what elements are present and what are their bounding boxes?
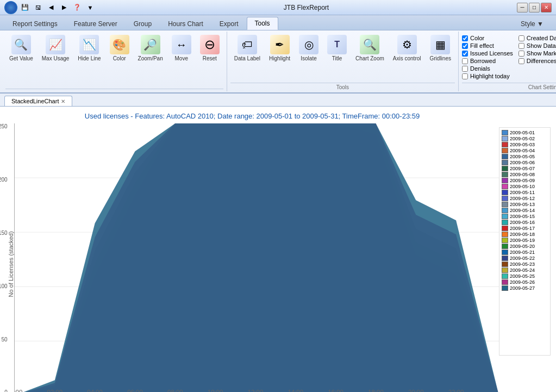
checkbox-color[interactable]: Color bbox=[462, 35, 513, 41]
data-label-label: Data Label bbox=[234, 55, 260, 62]
legend-color-4 bbox=[502, 154, 508, 159]
close-button[interactable]: ✕ bbox=[541, 3, 552, 13]
chart-plot-area[interactable]: 00:00 02:00 04:00 06:00 08:00 10:00 12:0… bbox=[14, 123, 499, 392]
dropdown-button[interactable]: ▼ bbox=[85, 3, 96, 13]
max-usage-label: Max Usage bbox=[42, 55, 70, 62]
checkbox-differences-input[interactable] bbox=[518, 58, 524, 64]
highlight-icon: ✒ bbox=[270, 35, 290, 54]
checkbox-show-markers[interactable]: Show Markers bbox=[518, 50, 556, 57]
checkbox-issued-licenses[interactable]: Issued Licenses bbox=[462, 50, 513, 57]
data-label-icon: 🏷 bbox=[238, 35, 257, 54]
ribbon-section-chart-settings: Color Fill effect Issued Licenses Borrow… bbox=[459, 32, 556, 91]
svg-text:22:00: 22:00 bbox=[448, 389, 464, 392]
title-bar-left: 💾 🖫 ◀ ▶ ❓ ▼ bbox=[4, 1, 96, 14]
max-usage-button[interactable]: 📈 Max Usage bbox=[38, 33, 73, 64]
legend-item-0: 2009-05-01 bbox=[502, 130, 548, 135]
legend-label-18: 2009-05-19 bbox=[510, 238, 535, 243]
checkbox-borrowed[interactable]: Borrowed bbox=[462, 58, 513, 64]
chart-tab-stacked[interactable]: StackedLineChart ✕ bbox=[4, 96, 72, 106]
checkbox-show-markers-input[interactable] bbox=[518, 51, 524, 57]
checkbox-fill-effect-input[interactable] bbox=[462, 43, 468, 49]
legend-label-25: 2009-05-26 bbox=[510, 279, 535, 285]
legend-color-22 bbox=[502, 262, 508, 267]
reset-label: Reset bbox=[203, 55, 217, 62]
minimize-button[interactable]: ─ bbox=[517, 3, 528, 13]
max-usage-icon: 📈 bbox=[46, 35, 65, 54]
window-controls: ─ □ ✕ bbox=[517, 3, 552, 13]
legend-color-21 bbox=[502, 256, 508, 261]
legend-item-23: 2009-05-24 bbox=[502, 267, 548, 273]
legend-color-24 bbox=[502, 273, 508, 279]
legend-item-13: 2009-05-14 bbox=[502, 208, 548, 213]
checkbox-differences[interactable]: Differences bbox=[518, 58, 556, 64]
checkbox-created-date-input[interactable] bbox=[518, 35, 524, 41]
legend-color-8 bbox=[502, 178, 508, 183]
save-button[interactable]: 💾 bbox=[20, 3, 30, 13]
legend-label-22: 2009-05-23 bbox=[510, 262, 535, 267]
get-value-button[interactable]: 🔍 Get Value bbox=[5, 33, 37, 64]
y-tick-0: 0 bbox=[4, 389, 8, 392]
checkbox-denials[interactable]: Denials bbox=[462, 65, 513, 72]
chart-zoom-button[interactable]: 🔍 Chart Zoom bbox=[352, 33, 388, 64]
gridlines-button[interactable]: ▦ Gridlines bbox=[426, 33, 455, 64]
checkbox-denials-input[interactable] bbox=[462, 66, 468, 72]
y-tick-200: 200 bbox=[0, 177, 8, 183]
checkbox-color-input[interactable] bbox=[462, 35, 468, 41]
tab-hours-chart[interactable]: Hours Chart bbox=[160, 17, 211, 30]
save-all-button[interactable]: 🖫 bbox=[33, 3, 43, 13]
checkbox-borrowed-input[interactable] bbox=[462, 58, 468, 64]
ribbon-buttons-1: 🔍 Get Value 📈 Max Usage 📉 Hide Line 🎨 Co… bbox=[5, 33, 223, 64]
maximize-button[interactable]: □ bbox=[529, 3, 540, 13]
help-button[interactable]: ❓ bbox=[72, 3, 83, 13]
chart-legend: 2009-05-01 2009-05-02 2009-05-03 2009-05… bbox=[499, 127, 551, 356]
hide-line-button[interactable]: 📉 Hide Line bbox=[74, 33, 104, 64]
y-tick-100: 100 bbox=[0, 283, 8, 289]
tab-feature-server[interactable]: Feature Server bbox=[66, 17, 126, 30]
move-button[interactable]: ↔ Move bbox=[168, 33, 195, 64]
axis-control-icon: ⚙ bbox=[397, 35, 417, 54]
style-dropdown[interactable]: Style ▼ bbox=[513, 17, 552, 30]
checkbox-show-data-labels-input[interactable] bbox=[518, 43, 524, 49]
checkbox-highlight-today-input[interactable] bbox=[462, 73, 468, 79]
legend-item-18: 2009-05-19 bbox=[502, 238, 548, 243]
highlight-button[interactable]: ✒ Highlight bbox=[265, 33, 294, 64]
chart-tab-close[interactable]: ✕ bbox=[61, 98, 65, 104]
legend-color-16 bbox=[502, 226, 508, 231]
tab-tools[interactable]: Tools bbox=[247, 17, 278, 30]
ribbon-buttons-2: 🏷 Data Label ✒ Highlight ◎ Isolate T Tit… bbox=[230, 33, 455, 64]
color-button[interactable]: 🎨 Color bbox=[106, 33, 133, 64]
legend-label-24: 2009-05-25 bbox=[510, 273, 535, 279]
data-label-button[interactable]: 🏷 Data Label bbox=[230, 33, 264, 64]
checkbox-created-date[interactable]: Created Date Time bbox=[518, 35, 556, 41]
svg-text:02:00: 02:00 bbox=[47, 389, 63, 392]
tab-export[interactable]: Export bbox=[211, 17, 247, 30]
isolate-icon: ◎ bbox=[299, 35, 318, 54]
isolate-button[interactable]: ◎ Isolate bbox=[295, 33, 322, 64]
reset-button[interactable]: ⊖ Reset bbox=[196, 33, 223, 64]
legend-label-15: 2009-05-16 bbox=[510, 220, 535, 225]
back-button[interactable]: ◀ bbox=[46, 3, 57, 13]
svg-text:04:00: 04:00 bbox=[87, 389, 103, 392]
axis-control-button[interactable]: ⚙ Axis control bbox=[389, 33, 425, 64]
checkbox-fill-effect[interactable]: Fill effect bbox=[462, 42, 513, 49]
legend-color-0 bbox=[502, 130, 508, 135]
zoom-pan-button[interactable]: 🔎 Zoom/Pan bbox=[134, 33, 167, 64]
svg-text:20:00: 20:00 bbox=[408, 389, 424, 392]
legend-label-12: 2009-05-13 bbox=[510, 202, 535, 207]
tab-report-settings[interactable]: Report Settings bbox=[4, 17, 66, 30]
checkbox-issued-licenses-input[interactable] bbox=[462, 51, 468, 57]
svg-text:18:00: 18:00 bbox=[368, 389, 384, 392]
title-button[interactable]: T Title bbox=[323, 33, 351, 64]
legend-item-20: 2009-05-21 bbox=[502, 250, 548, 255]
checkbox-highlight-today[interactable]: Highlight today bbox=[462, 73, 513, 79]
section-label-chart-settings: Chart Settings bbox=[462, 83, 556, 90]
chart-wrapper: Used licenses - Features: AutoCAD 2010; … bbox=[5, 112, 499, 392]
color-icon: 🎨 bbox=[110, 35, 129, 54]
tab-group[interactable]: Group bbox=[126, 17, 160, 30]
legend-color-18 bbox=[502, 238, 508, 243]
chart-inner: No of Licenses (stacked) bbox=[5, 123, 499, 392]
forward-button[interactable]: ▶ bbox=[59, 3, 70, 13]
chart-settings-col1: Color Fill effect Issued Licenses Borrow… bbox=[462, 35, 513, 79]
svg-text:06:00: 06:00 bbox=[127, 389, 143, 392]
checkbox-show-data-labels[interactable]: Show Data Labels bbox=[518, 42, 556, 49]
